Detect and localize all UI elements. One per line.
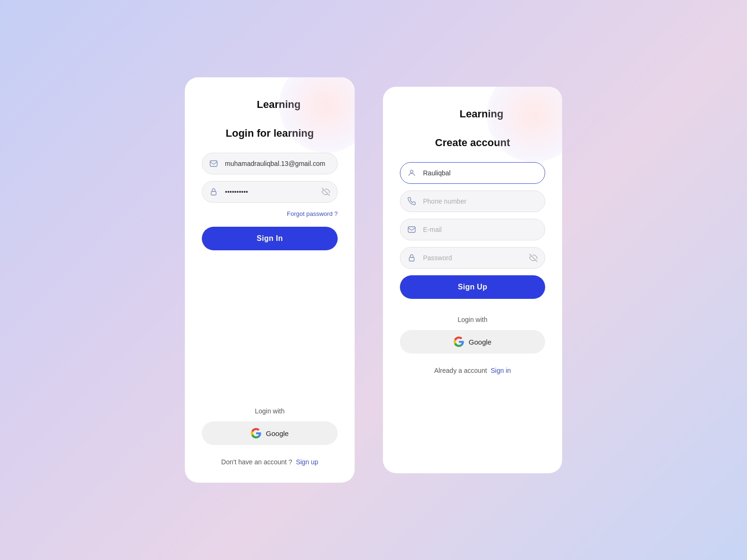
login-logo: Learning xyxy=(239,96,301,113)
lock-icon xyxy=(209,188,218,196)
svg-rect-1 xyxy=(211,191,216,195)
register-phone-group xyxy=(400,190,545,212)
signin-link[interactable]: Sign in xyxy=(491,367,511,374)
login-title: Login for learning xyxy=(226,127,314,140)
register-logo-text: Learning xyxy=(460,108,504,120)
register-name-group xyxy=(400,162,545,184)
login-email-group xyxy=(202,153,338,174)
svg-rect-4 xyxy=(408,227,415,232)
signup-button[interactable]: Sign Up xyxy=(400,275,545,299)
signup-link[interactable]: Sign up xyxy=(296,458,318,466)
register-password-toggle-icon[interactable] xyxy=(529,254,538,262)
login-with-label: Login with xyxy=(255,407,284,415)
login-password-group xyxy=(202,181,338,203)
login-bottom-text: Don't have an account ? Sign up xyxy=(221,458,318,466)
google-register-label: Google xyxy=(469,338,491,346)
phone-icon xyxy=(407,197,416,206)
register-logo: Learning xyxy=(442,106,504,123)
google-icon xyxy=(251,428,261,438)
register-email-group xyxy=(400,219,545,240)
password-toggle-icon[interactable] xyxy=(322,188,330,196)
google-register-button[interactable]: Google xyxy=(400,330,545,354)
forgot-password-link[interactable]: Forgot password ? xyxy=(287,210,338,217)
login-email-input[interactable] xyxy=(202,153,338,174)
register-password-input[interactable] xyxy=(400,247,545,269)
register-password-group xyxy=(400,247,545,269)
register-email-input[interactable] xyxy=(400,219,545,240)
signin-button[interactable]: Sign In xyxy=(202,227,338,250)
login-password-input[interactable] xyxy=(202,181,338,203)
google-login-button[interactable]: Google xyxy=(202,421,338,445)
register-phone-input[interactable] xyxy=(400,190,545,212)
register-title: Create account xyxy=(435,137,510,149)
register-logo-icon xyxy=(442,106,459,123)
register-email-icon xyxy=(407,225,416,234)
register-login-with-label: Login with xyxy=(457,316,487,323)
user-icon xyxy=(407,169,416,177)
register-lock-icon xyxy=(407,254,416,262)
svg-rect-0 xyxy=(210,161,217,166)
register-bottom-text: Already a account Sign in xyxy=(434,367,511,374)
logo-icon xyxy=(239,96,256,113)
login-card: Learning Login for learning xyxy=(185,77,355,483)
register-name-input[interactable] xyxy=(400,162,545,184)
svg-point-3 xyxy=(410,170,413,173)
login-logo-text: Learning xyxy=(257,99,301,111)
register-google-icon xyxy=(454,337,464,347)
google-login-label: Google xyxy=(266,429,289,437)
svg-rect-5 xyxy=(409,257,415,261)
email-icon xyxy=(209,159,218,168)
register-card: Learning Create account xyxy=(383,87,562,473)
